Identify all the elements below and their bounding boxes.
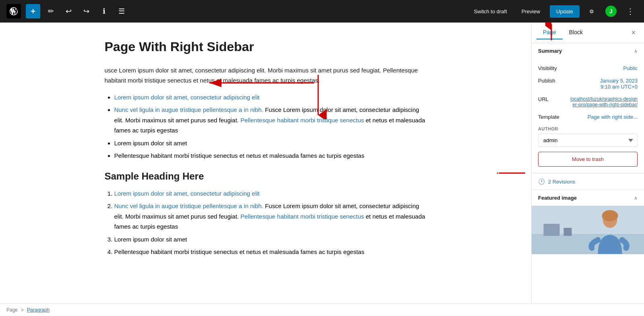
update-button[interactable]: Update bbox=[550, 5, 580, 18]
visibility-label: Visibility bbox=[538, 65, 557, 71]
more-options-button[interactable]: ⋮ bbox=[623, 4, 638, 19]
template-value[interactable]: Page with right side... bbox=[588, 114, 638, 120]
svg-rect-8 bbox=[564, 228, 572, 236]
list-item: Nunc vel ligula in augue tristique pelle… bbox=[114, 105, 427, 136]
tab-block[interactable]: Block bbox=[563, 26, 589, 39]
list-item: Pellentesque habitant morbi tristique se… bbox=[114, 151, 427, 161]
preview-button[interactable]: Preview bbox=[517, 6, 545, 17]
status-page-label: Page bbox=[6, 307, 18, 313]
author-section-label: AUTHOR bbox=[538, 126, 638, 131]
publish-row: Publish January 5, 2023 9:10 am UTC+0 bbox=[538, 74, 638, 93]
summary-section: Summary ∧ Visibility Public Publish Janu… bbox=[532, 43, 644, 173]
publish-value[interactable]: January 5, 2023 9:10 am UTC+0 bbox=[600, 78, 638, 90]
featured-image-title: Featured image bbox=[538, 195, 577, 201]
right-sidebar: Page Block × Summary ∧ Visibility Public… bbox=[531, 23, 644, 303]
list-item: Lorem ipsum dolor sit amet, consectetur … bbox=[114, 92, 427, 103]
revisions-icon: 🕐 bbox=[538, 178, 545, 185]
bullet-list: Lorem ipsum dolor sit amet, consectetur … bbox=[105, 92, 427, 161]
list-view-button[interactable]: ☰ bbox=[114, 4, 129, 19]
switch-draft-button[interactable]: Switch to draft bbox=[469, 6, 511, 17]
editor-area[interactable]: Page With Right Sidebar usce Lorem ipsum… bbox=[0, 23, 531, 303]
add-block-button[interactable]: + bbox=[26, 4, 40, 19]
url-row: URL localhost/luzuk/graphics-designer-pr… bbox=[538, 93, 638, 111]
revisions-label: 2 Revisions bbox=[548, 179, 575, 185]
status-bar: Page > Paragraph bbox=[0, 303, 644, 316]
featured-image-placeholder[interactable] bbox=[532, 206, 644, 254]
featured-image-svg bbox=[532, 206, 644, 254]
jetpack-icon: J bbox=[605, 6, 617, 17]
list-item: Lorem ipsum dolor sit amet, consectetur … bbox=[114, 188, 427, 199]
move-trash-button[interactable]: Move to trash bbox=[538, 152, 638, 167]
sidebar-header: Page Block × bbox=[532, 23, 644, 43]
svg-rect-7 bbox=[544, 224, 560, 236]
summary-section-header[interactable]: Summary ∧ bbox=[532, 43, 644, 59]
sidebar-close-button[interactable]: × bbox=[628, 27, 639, 38]
template-label: Template bbox=[538, 114, 559, 120]
summary-title: Summary bbox=[538, 48, 562, 54]
featured-image-inner bbox=[532, 206, 644, 254]
author-select[interactable]: admin bbox=[538, 134, 638, 147]
list-item: Lorem ipsum dolor sit amet bbox=[114, 138, 427, 149]
visibility-row: Visibility Public bbox=[538, 62, 638, 74]
info-button[interactable]: ℹ bbox=[97, 4, 111, 19]
toolbar: + ✏ ↩ ↪ ℹ ☰ Switch to draft Preview Upda… bbox=[0, 0, 644, 23]
featured-image-section: Featured image ∧ bbox=[532, 190, 644, 254]
redo-button[interactable]: ↪ bbox=[79, 4, 93, 19]
tab-page[interactable]: Page bbox=[536, 26, 563, 39]
toolbar-right: Switch to draft Preview Update ⚙ J ⋮ bbox=[469, 4, 638, 19]
page-title: Page With Right Sidebar bbox=[105, 39, 427, 56]
summary-body: Visibility Public Publish January 5, 202… bbox=[532, 59, 644, 173]
svg-point-10 bbox=[602, 210, 618, 221]
chevron-up-icon: ∧ bbox=[634, 195, 638, 201]
url-label: URL bbox=[538, 96, 549, 102]
visibility-value[interactable]: Public bbox=[623, 65, 638, 71]
main-layout: Page With Right Sidebar usce Lorem ipsum… bbox=[0, 23, 644, 303]
undo-button[interactable]: ↩ bbox=[61, 4, 76, 19]
settings-button[interactable]: ⚙ bbox=[584, 4, 599, 19]
ordered-list: Lorem ipsum dolor sit amet, consectetur … bbox=[105, 188, 427, 257]
paragraph-1: usce Lorem ipsum dolor sit amet, consect… bbox=[105, 65, 427, 86]
url-value[interactable]: localhost/luzuk/graphics-designer-pro/pa… bbox=[569, 96, 638, 107]
list-item: Pellentesque habitant morbi tristique se… bbox=[114, 247, 427, 257]
list-item: Nunc vel ligula in augue tristique pelle… bbox=[114, 201, 427, 232]
status-paragraph-link[interactable]: Paragraph bbox=[27, 307, 50, 313]
template-row: Template Page with right side... bbox=[538, 111, 638, 123]
editor-content: Page With Right Sidebar usce Lorem ipsum… bbox=[105, 39, 427, 257]
section-heading: Sample Heading Here bbox=[105, 171, 427, 182]
publish-label: Publish bbox=[538, 78, 555, 84]
featured-image-header[interactable]: Featured image ∧ bbox=[532, 190, 644, 206]
edit-button[interactable]: ✏ bbox=[43, 4, 58, 19]
status-separator: > bbox=[21, 307, 24, 313]
jetpack-button[interactable]: J bbox=[604, 4, 618, 19]
wp-logo bbox=[6, 4, 21, 19]
list-item: Lorem ipsum dolor sit amet bbox=[114, 234, 427, 245]
revisions-row[interactable]: 🕐 2 Revisions bbox=[532, 173, 644, 190]
chevron-up-icon: ∧ bbox=[634, 48, 638, 54]
